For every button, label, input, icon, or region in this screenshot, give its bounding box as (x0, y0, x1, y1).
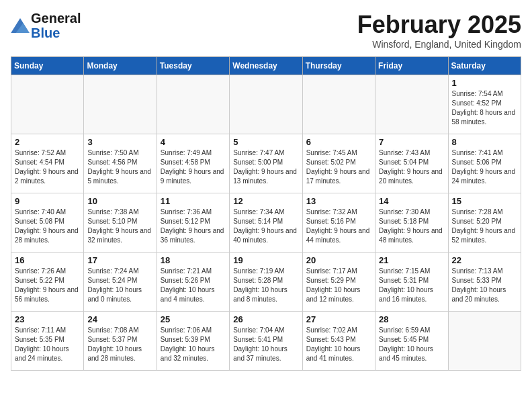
calendar-cell: 21Sunrise: 7:15 AM Sunset: 5:31 PM Dayli… (375, 253, 448, 312)
calendar-cell (157, 75, 229, 134)
day-info: Sunrise: 7:30 AM Sunset: 5:18 PM Dayligh… (379, 208, 444, 245)
calendar-cell: 20Sunrise: 7:17 AM Sunset: 5:29 PM Dayli… (302, 253, 375, 312)
calendar-cell: 25Sunrise: 7:06 AM Sunset: 5:39 PM Dayli… (157, 312, 229, 371)
calendar-cell: 26Sunrise: 7:04 AM Sunset: 5:41 PM Dayli… (230, 312, 302, 371)
day-info: Sunrise: 7:54 AM Sunset: 4:52 PM Dayligh… (452, 89, 517, 127)
day-info: Sunrise: 7:40 AM Sunset: 5:08 PM Dayligh… (15, 208, 80, 245)
calendar-cell: 10Sunrise: 7:38 AM Sunset: 5:10 PM Dayli… (84, 193, 157, 253)
day-info: Sunrise: 7:04 AM Sunset: 5:41 PM Dayligh… (233, 326, 298, 363)
day-info: Sunrise: 7:11 AM Sunset: 5:35 PM Dayligh… (15, 326, 80, 363)
day-number: 8 (452, 137, 517, 147)
day-info: Sunrise: 7:28 AM Sunset: 5:20 PM Dayligh… (452, 208, 517, 245)
calendar-cell: 3Sunrise: 7:50 AM Sunset: 4:56 PM Daylig… (84, 134, 157, 193)
month-title: February 2025 (357, 11, 521, 39)
calendar-cell (302, 75, 375, 134)
day-info: Sunrise: 7:32 AM Sunset: 5:16 PM Dayligh… (306, 208, 371, 245)
title-area: February 2025 Winsford, England, United … (357, 11, 521, 50)
calendar-cell: 15Sunrise: 7:28 AM Sunset: 5:20 PM Dayli… (448, 193, 521, 253)
day-number: 23 (15, 314, 80, 324)
page-header: GeneralBlue February 2025 Winsford, Engl… (11, 11, 521, 50)
day-number: 24 (87, 314, 152, 324)
day-info: Sunrise: 7:06 AM Sunset: 5:39 PM Dayligh… (161, 326, 226, 363)
day-info: Sunrise: 7:26 AM Sunset: 5:22 PM Dayligh… (15, 267, 80, 304)
logo-icon (11, 18, 30, 33)
day-info: Sunrise: 7:21 AM Sunset: 5:26 PM Dayligh… (161, 267, 226, 304)
calendar-cell: 19Sunrise: 7:19 AM Sunset: 5:28 PM Dayli… (230, 253, 302, 312)
day-number: 27 (306, 314, 371, 324)
day-info: Sunrise: 7:52 AM Sunset: 4:54 PM Dayligh… (15, 148, 80, 186)
calendar-cell: 16Sunrise: 7:26 AM Sunset: 5:22 PM Dayli… (11, 253, 84, 312)
logo-text: GeneralBlue (31, 11, 81, 40)
day-number: 3 (87, 137, 152, 147)
calendar-week-row: 2Sunrise: 7:52 AM Sunset: 4:54 PM Daylig… (11, 134, 521, 193)
day-info: Sunrise: 7:13 AM Sunset: 5:33 PM Dayligh… (452, 267, 517, 304)
calendar-cell: 1Sunrise: 7:54 AM Sunset: 4:52 PM Daylig… (448, 75, 521, 134)
calendar-cell: 27Sunrise: 7:02 AM Sunset: 5:43 PM Dayli… (302, 312, 375, 371)
day-info: Sunrise: 7:41 AM Sunset: 5:06 PM Dayligh… (452, 148, 517, 186)
calendar-cell: 12Sunrise: 7:34 AM Sunset: 5:14 PM Dayli… (230, 193, 302, 253)
calendar-week-row: 1Sunrise: 7:54 AM Sunset: 4:52 PM Daylig… (11, 75, 521, 134)
day-header-sunday: Sunday (11, 57, 84, 75)
day-info: Sunrise: 7:49 AM Sunset: 4:58 PM Dayligh… (161, 148, 226, 186)
day-number: 26 (233, 314, 298, 324)
day-info: Sunrise: 7:08 AM Sunset: 5:37 PM Dayligh… (87, 326, 152, 363)
calendar-cell: 4Sunrise: 7:49 AM Sunset: 4:58 PM Daylig… (157, 134, 229, 193)
day-info: Sunrise: 7:34 AM Sunset: 5:14 PM Dayligh… (233, 208, 298, 245)
location: Winsford, England, United Kingdom (357, 39, 521, 50)
day-header-saturday: Saturday (448, 57, 521, 75)
day-number: 1 (452, 78, 517, 88)
day-info: Sunrise: 7:19 AM Sunset: 5:28 PM Dayligh… (233, 267, 298, 304)
day-info: Sunrise: 7:45 AM Sunset: 5:02 PM Dayligh… (306, 148, 371, 186)
calendar-cell: 5Sunrise: 7:47 AM Sunset: 5:00 PM Daylig… (230, 134, 302, 193)
calendar-week-row: 9Sunrise: 7:40 AM Sunset: 5:08 PM Daylig… (11, 193, 521, 253)
day-info: Sunrise: 7:02 AM Sunset: 5:43 PM Dayligh… (306, 326, 371, 363)
day-number: 19 (233, 255, 298, 265)
calendar-cell: 28Sunrise: 6:59 AM Sunset: 5:45 PM Dayli… (375, 312, 448, 371)
calendar-cell: 18Sunrise: 7:21 AM Sunset: 5:26 PM Dayli… (157, 253, 229, 312)
calendar-cell (84, 75, 157, 134)
day-info: Sunrise: 7:36 AM Sunset: 5:12 PM Dayligh… (161, 208, 226, 245)
calendar-cell: 11Sunrise: 7:36 AM Sunset: 5:12 PM Dayli… (157, 193, 229, 253)
calendar-table: SundayMondayTuesdayWednesdayThursdayFrid… (11, 56, 521, 371)
calendar-cell: 17Sunrise: 7:24 AM Sunset: 5:24 PM Dayli… (84, 253, 157, 312)
day-info: Sunrise: 7:50 AM Sunset: 4:56 PM Dayligh… (87, 148, 152, 186)
day-header-monday: Monday (84, 57, 157, 75)
day-number: 2 (15, 137, 80, 147)
calendar-cell: 8Sunrise: 7:41 AM Sunset: 5:06 PM Daylig… (448, 134, 521, 193)
calendar-cell: 9Sunrise: 7:40 AM Sunset: 5:08 PM Daylig… (11, 193, 84, 253)
calendar-cell (230, 75, 302, 134)
day-number: 5 (233, 137, 298, 147)
day-header-thursday: Thursday (302, 57, 375, 75)
day-number: 13 (306, 196, 371, 206)
day-number: 14 (379, 196, 444, 206)
day-number: 20 (306, 255, 371, 265)
calendar-cell: 24Sunrise: 7:08 AM Sunset: 5:37 PM Dayli… (84, 312, 157, 371)
calendar-week-row: 23Sunrise: 7:11 AM Sunset: 5:35 PM Dayli… (11, 312, 521, 371)
day-number: 18 (161, 255, 226, 265)
day-number: 6 (306, 137, 371, 147)
day-number: 22 (452, 255, 517, 265)
calendar-cell: 13Sunrise: 7:32 AM Sunset: 5:16 PM Dayli… (302, 193, 375, 253)
calendar-cell: 23Sunrise: 7:11 AM Sunset: 5:35 PM Dayli… (11, 312, 84, 371)
calendar-week-row: 16Sunrise: 7:26 AM Sunset: 5:22 PM Dayli… (11, 253, 521, 312)
day-number: 21 (379, 255, 444, 265)
calendar-cell: 14Sunrise: 7:30 AM Sunset: 5:18 PM Dayli… (375, 193, 448, 253)
day-header-friday: Friday (375, 57, 448, 75)
day-info: Sunrise: 7:38 AM Sunset: 5:10 PM Dayligh… (87, 208, 152, 245)
day-header-tuesday: Tuesday (157, 57, 229, 75)
day-info: Sunrise: 7:15 AM Sunset: 5:31 PM Dayligh… (379, 267, 444, 304)
calendar-cell (11, 75, 84, 134)
day-number: 4 (161, 137, 226, 147)
day-number: 28 (379, 314, 444, 324)
day-number: 15 (452, 196, 517, 206)
day-number: 25 (161, 314, 226, 324)
day-info: Sunrise: 7:24 AM Sunset: 5:24 PM Dayligh… (87, 267, 152, 304)
calendar-cell (375, 75, 448, 134)
day-info: Sunrise: 7:17 AM Sunset: 5:29 PM Dayligh… (306, 267, 371, 304)
day-header-wednesday: Wednesday (230, 57, 302, 75)
logo: GeneralBlue (11, 11, 81, 40)
day-info: Sunrise: 7:43 AM Sunset: 5:04 PM Dayligh… (379, 148, 444, 186)
calendar-cell: 22Sunrise: 7:13 AM Sunset: 5:33 PM Dayli… (448, 253, 521, 312)
day-number: 7 (379, 137, 444, 147)
day-number: 12 (233, 196, 298, 206)
